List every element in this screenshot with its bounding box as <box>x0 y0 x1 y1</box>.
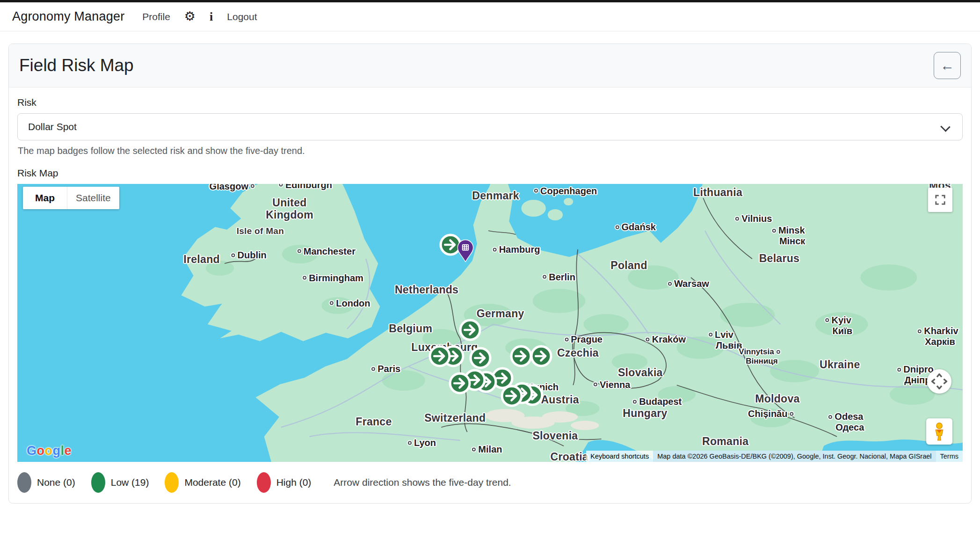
fullscreen-icon <box>934 194 946 206</box>
risk-trend-badge[interactable] <box>448 372 471 395</box>
risk-trend-badge[interactable] <box>510 345 533 368</box>
trend-right-arrow-icon <box>428 345 451 368</box>
risk-select[interactable]: Dollar Spot <box>17 113 963 140</box>
legend-label: High (0) <box>276 477 312 488</box>
gear-icon: ⚙ <box>184 9 196 23</box>
risk-trend-badge[interactable] <box>428 345 451 368</box>
field-risk-map-card: Field Risk Map ← Risk Dollar Spot The ma… <box>8 44 972 504</box>
danish-island <box>521 200 545 217</box>
risk-helper-text: The map badges follow the selected risk … <box>18 146 962 156</box>
map-canvas <box>17 184 963 462</box>
card-body: Risk Dollar Spot The map badges follow t… <box>9 88 971 503</box>
pan-arrows-icon <box>927 369 951 394</box>
settings-button[interactable]: ⚙ <box>184 10 196 23</box>
danish-island <box>548 209 563 220</box>
map-data-attribution: Map data ©2026 GeoBasis-DE/BKG (©2009), … <box>653 451 936 462</box>
map-type-map-button[interactable]: Map <box>23 187 67 209</box>
pegman-icon <box>929 422 949 441</box>
legend-item: None (0) <box>17 472 75 493</box>
risk-trend-badge[interactable] <box>530 345 552 368</box>
info-button[interactable]: i <box>210 11 213 23</box>
risk-legend: None (0)Low (19)Moderate (0)High (0) Arr… <box>17 472 963 493</box>
legend-color-swatch <box>91 472 105 493</box>
legend-items: None (0)Low (19)Moderate (0)High (0) <box>17 472 311 493</box>
risk-trend-badge[interactable] <box>459 318 482 341</box>
google-logo-letter: e <box>65 444 72 458</box>
legend-color-swatch <box>17 472 31 493</box>
legend-item: Moderate (0) <box>165 472 240 493</box>
legend-color-swatch <box>257 472 271 493</box>
google-logo-letter: G <box>27 444 37 458</box>
map-type-satellite-button[interactable]: Satellite <box>67 187 119 209</box>
legend-label: None (0) <box>37 477 75 488</box>
info-icon: i <box>210 10 213 23</box>
map-type-control: Map Satellite <box>23 187 119 209</box>
trend-right-arrow-icon <box>448 372 471 395</box>
pan-control[interactable] <box>927 369 951 394</box>
fullscreen-button[interactable] <box>928 188 952 212</box>
app-brand: Agronomy Manager <box>12 9 124 24</box>
google-logo[interactable]: Google <box>27 444 72 458</box>
google-logo-letter: o <box>37 444 45 458</box>
map-attribution: Keyboard shortcuts Map data ©2026 GeoBas… <box>586 451 963 462</box>
back-button[interactable]: ← <box>934 52 961 79</box>
keyboard-shortcuts-button[interactable]: Keyboard shortcuts <box>586 451 653 462</box>
legend-item: Low (19) <box>91 472 149 493</box>
nav-links: Profile ⚙ i Logout <box>142 10 257 23</box>
legend-label: Low (19) <box>111 477 149 488</box>
building-pin-icon <box>457 239 474 262</box>
trend-right-arrow-icon <box>530 345 552 368</box>
trend-right-arrow-icon <box>500 385 523 408</box>
card-header: Field Risk Map ← <box>9 44 971 88</box>
risk-trend-badge[interactable] <box>469 346 492 369</box>
risk-field-label: Risk <box>17 97 963 108</box>
legend-item: High (0) <box>257 472 312 493</box>
logout-link[interactable]: Logout <box>227 11 257 22</box>
legend-label: Moderate (0) <box>184 477 240 488</box>
danish-island <box>564 198 573 205</box>
terms-link[interactable]: Terms <box>936 451 963 462</box>
page-title: Field Risk Map <box>19 56 134 75</box>
google-logo-letter: l <box>61 444 65 458</box>
google-logo-letter: g <box>53 444 61 458</box>
risk-map-label: Risk Map <box>17 168 963 179</box>
trend-right-arrow-icon <box>469 346 492 369</box>
legend-note: Arrow direction shows the five-day trend… <box>334 477 511 488</box>
risk-trend-badge[interactable] <box>500 385 523 408</box>
chevron-down-icon <box>940 122 950 132</box>
trend-right-arrow-icon <box>510 345 533 368</box>
google-logo-letter: o <box>45 444 53 458</box>
isle-of-man-land <box>245 221 258 229</box>
trend-right-arrow-icon <box>459 318 482 341</box>
risk-map[interactable]: United KingdomIsle of ManIrelandDenmarkN… <box>17 184 963 462</box>
legend-color-swatch <box>165 472 179 493</box>
back-arrow-icon: ← <box>940 58 954 73</box>
pegman-streetview-button[interactable] <box>926 418 952 445</box>
profile-link[interactable]: Profile <box>142 11 170 22</box>
field-location-pin[interactable] <box>457 239 474 262</box>
risk-select-value: Dollar Spot <box>28 121 77 132</box>
navbar: Agronomy Manager Profile ⚙ i Logout <box>0 2 980 31</box>
